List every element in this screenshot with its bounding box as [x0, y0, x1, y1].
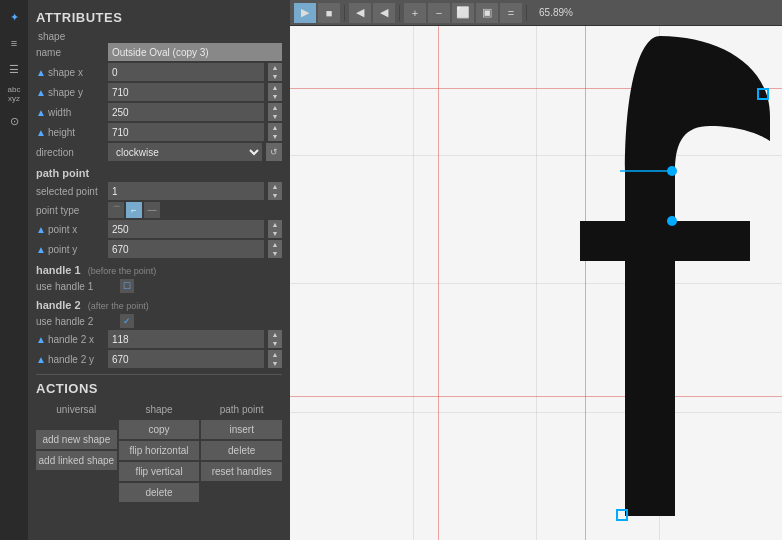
selected-point-up[interactable]: ▲: [268, 182, 282, 191]
toolbar-prev-btn[interactable]: ◀: [349, 3, 371, 23]
handle2-y-up[interactable]: ▲: [268, 350, 282, 359]
toolbar-stop-btn[interactable]: ■: [318, 3, 340, 23]
width-up[interactable]: ▲: [268, 103, 282, 112]
width-label: ▲width: [36, 107, 104, 118]
height-label: ▲height: [36, 127, 104, 138]
shape-x-down[interactable]: ▼: [268, 72, 282, 81]
point-y-stepper: ▲ ▼: [268, 240, 282, 258]
selected-point-row: selected point ▲ ▼: [36, 182, 282, 200]
direction-select[interactable]: clockwise: [108, 143, 262, 161]
selected-point-stepper: ▲ ▼: [268, 182, 282, 200]
action-btn-copy[interactable]: copy: [119, 420, 200, 439]
direction-refresh-button[interactable]: ↺: [266, 143, 282, 161]
toolbar-sep3: [526, 5, 527, 21]
tool-icon-list1[interactable]: ≡: [3, 32, 25, 54]
toolbar-zoom-out-btn[interactable]: −: [428, 3, 450, 23]
point-y-down[interactable]: ▼: [268, 249, 282, 258]
point-x-up[interactable]: ▲: [268, 220, 282, 229]
shape-y-up[interactable]: ▲: [268, 83, 282, 92]
letter-f-svg: [290, 26, 782, 540]
action-btn-point-delete[interactable]: delete: [201, 441, 282, 460]
handle2-y-input[interactable]: [108, 350, 264, 368]
point-type-label: point type: [36, 205, 104, 216]
height-stepper: ▲ ▼: [268, 123, 282, 141]
toolbar-zoom-in-btn[interactable]: +: [404, 3, 426, 23]
toolbar-next-btn[interactable]: ◀: [373, 3, 395, 23]
selected-point-down[interactable]: ▼: [268, 191, 282, 200]
height-input[interactable]: [108, 123, 264, 141]
use-handle2-label: use handle 2: [36, 316, 116, 327]
actions-title: ACTIONS: [36, 381, 282, 396]
path-point-title: path point: [36, 167, 282, 179]
shape-y-input[interactable]: [108, 83, 264, 101]
use-handle2-checkbox[interactable]: ✓: [120, 314, 134, 328]
tool-icon-circle[interactable]: ⊙: [3, 110, 25, 132]
actions-columns: universal add new shape add linked shape…: [36, 404, 282, 502]
action-btn-add-new-shape[interactable]: add new shape: [36, 430, 117, 449]
shape-section-label: shape: [36, 31, 282, 42]
actions-col-universal: universal add new shape add linked shape: [36, 404, 117, 502]
name-label: name: [36, 47, 104, 58]
path-point-curve2: [667, 216, 677, 226]
direction-row: direction clockwise ↺: [36, 143, 282, 161]
tool-icon-star[interactable]: ✦: [3, 6, 25, 28]
width-input[interactable]: [108, 103, 264, 121]
toolbar-view3-btn[interactable]: =: [500, 3, 522, 23]
shape-x-stepper: ▲ ▼: [268, 63, 282, 81]
sidebar-icon-strip: ✦ ≡ ☰ abcxyz ⊙: [0, 0, 28, 540]
shape-col-title: shape: [119, 404, 200, 415]
actions-col-path-point: path point insert delete reset handles: [201, 404, 282, 502]
toolbar-select-btn[interactable]: ▶: [294, 3, 316, 23]
handle2-x-input[interactable]: [108, 330, 264, 348]
toolbar-view1-btn[interactable]: ⬜: [452, 3, 474, 23]
handle2-x-down[interactable]: ▼: [268, 339, 282, 348]
sidebar-main-content: ATTRIBUTES shape name ▲shape x ▲ ▼ ▲shap…: [28, 0, 290, 540]
point-x-input[interactable]: [108, 220, 264, 238]
point-x-down[interactable]: ▼: [268, 229, 282, 238]
point-type-icon-line[interactable]: —: [144, 202, 160, 218]
use-handle1-checkbox[interactable]: ☐: [120, 279, 134, 293]
shape-y-row: ▲shape y ▲ ▼: [36, 83, 282, 101]
universal-col-title: universal: [36, 404, 117, 415]
letter-f-path: [580, 36, 770, 516]
action-btn-flip-vertical[interactable]: flip vertical: [119, 462, 200, 481]
point-y-label: ▲point y: [36, 244, 104, 255]
toolbar: ▶ ■ ◀ ◀ + − ⬜ ▣ = 65.89%: [290, 0, 782, 26]
width-row: ▲width ▲ ▼: [36, 103, 282, 121]
handle2-y-row: ▲handle 2 y ▲ ▼: [36, 350, 282, 368]
shape-x-input[interactable]: [108, 63, 264, 81]
use-handle1-label: use handle 1: [36, 281, 116, 292]
attributes-title: ATTRIBUTES: [36, 10, 282, 25]
action-btn-insert[interactable]: insert: [201, 420, 282, 439]
height-down[interactable]: ▼: [268, 132, 282, 141]
action-btn-reset-handles[interactable]: reset handles: [201, 462, 282, 481]
point-y-row: ▲point y ▲ ▼: [36, 240, 282, 258]
name-input[interactable]: [108, 43, 282, 61]
point-type-row: point type ⌒ ⌐ —: [36, 202, 282, 218]
use-handle2-row: use handle 2 ✓: [36, 314, 282, 328]
height-up[interactable]: ▲: [268, 123, 282, 132]
path-point-col-title: path point: [201, 404, 282, 415]
point-y-input[interactable]: [108, 240, 264, 258]
shape-x-up[interactable]: ▲: [268, 63, 282, 72]
width-stepper: ▲ ▼: [268, 103, 282, 121]
canvas-area: ▶ ■ ◀ ◀ + − ⬜ ▣ = 65.89%: [290, 0, 782, 540]
point-y-up[interactable]: ▲: [268, 240, 282, 249]
tool-icon-text[interactable]: abcxyz: [3, 84, 25, 106]
handle2-y-down[interactable]: ▼: [268, 359, 282, 368]
action-btn-flip-horizontal[interactable]: flip horizontal: [119, 441, 200, 460]
point-type-icon-curve[interactable]: ⌒: [108, 202, 124, 218]
width-down[interactable]: ▼: [268, 112, 282, 121]
handle2-x-row: ▲handle 2 x ▲ ▼: [36, 330, 282, 348]
grid-canvas[interactable]: [290, 26, 782, 540]
handle2-x-up[interactable]: ▲: [268, 330, 282, 339]
point-x-stepper: ▲ ▼: [268, 220, 282, 238]
selected-point-input[interactable]: [108, 182, 264, 200]
shape-y-down[interactable]: ▼: [268, 92, 282, 101]
tool-icon-list2[interactable]: ☰: [3, 58, 25, 80]
toolbar-view2-btn[interactable]: ▣: [476, 3, 498, 23]
action-btn-shape-delete[interactable]: delete: [119, 483, 200, 502]
action-btn-add-linked-shape[interactable]: add linked shape: [36, 451, 117, 470]
name-row: name: [36, 43, 282, 61]
point-type-icon-corner[interactable]: ⌐: [126, 202, 142, 218]
